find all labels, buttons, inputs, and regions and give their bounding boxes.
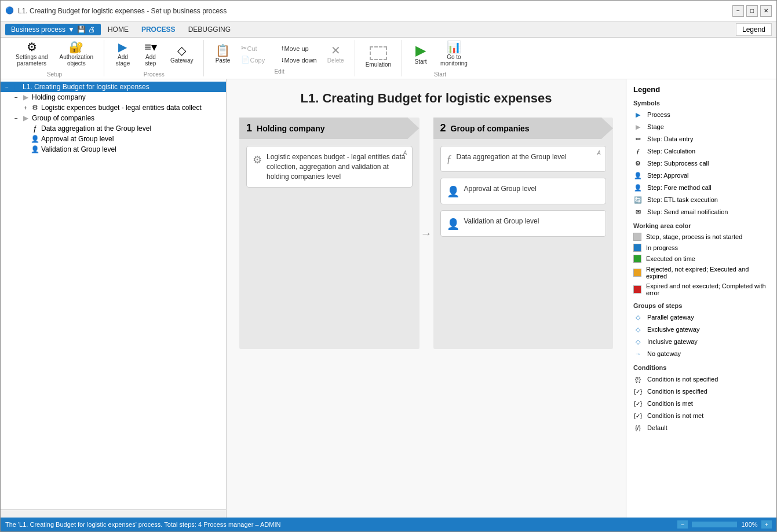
legend-etl-icon: 🔄 — [633, 195, 643, 204]
status-minimize-button[interactable]: − — [677, 520, 688, 529]
step-card-validation[interactable]: 👤 Validation at Group level — [440, 210, 607, 237]
legend-title: Legend — [633, 85, 769, 94]
step-card-data-agg[interactable]: ƒ Data aggregation at the Group level A — [440, 146, 607, 172]
go-to-monitoring-button[interactable]: 📊 Go tomonitoring — [437, 39, 471, 69]
status-plus-button[interactable]: + — [761, 520, 772, 529]
legend-no-gateway-label: No gateway — [647, 350, 681, 357]
auth-icon: 🔐 — [69, 41, 83, 53]
legend-groups-title: Groups of steps — [633, 302, 769, 309]
settings-icon: ⚙ — [27, 41, 37, 53]
legend-expired-label: Expired and not executed; Completed with… — [646, 282, 769, 296]
legend-exclusive-label: Exclusive gateway — [647, 326, 700, 333]
tree-item-approval-label: Approval at Group level — [41, 135, 114, 143]
step-logistic-text: Logistic expences budget - legal entitie… — [267, 152, 406, 181]
legend-in-progress-label: In progress — [646, 244, 678, 251]
legend-row-in-progress: In progress — [633, 244, 769, 252]
add-step-button[interactable]: ≡▾ Addstep — [139, 39, 162, 69]
legend-button[interactable]: Legend — [736, 23, 772, 36]
tree-item-validation-label: Validation at Group level — [41, 145, 116, 153]
tree-item-logistic[interactable]: + ⚙ Logistic expences budget - legal ent… — [1, 102, 226, 113]
legend-row-not-started: Step, stage, process is not started — [633, 233, 769, 241]
emulation-items: Emulation — [362, 44, 395, 70]
emulation-button[interactable]: Emulation — [362, 44, 395, 70]
tree-item-group[interactable]: − ▶ Group of companies — [1, 113, 226, 123]
tree-item-data-aggregation[interactable]: ƒ Data aggregation at the Group level — [1, 123, 226, 134]
toolbar-group-start: ▶ Start 📊 Go tomonitoring Start — [402, 40, 478, 76]
business-process-dropdown[interactable]: Business process ▼ 💾 🖨 — [5, 24, 101, 35]
start-button[interactable]: ▶ Start — [409, 41, 432, 67]
expand-approval-icon — [21, 135, 30, 143]
tree-container: − ▶ L1. Creating Budget for logistic exp… — [1, 79, 226, 509]
add-stage-button[interactable]: ▶ Addstage — [111, 39, 134, 69]
step-approval-icon: 👤 — [447, 185, 459, 198]
add-step-icon: ≡▾ — [144, 41, 157, 53]
settings-parameters-button[interactable]: ⚙ Settings andparameters — [12, 39, 52, 69]
add-stage-icon: ▶ — [118, 41, 127, 53]
expand-holding-icon[interactable]: − — [12, 93, 20, 101]
tree-item-holding[interactable]: − ▶ Holding company — [1, 92, 226, 102]
tree-item-root[interactable]: − ▶ L1. Creating Budget for logistic exp… — [1, 82, 226, 92]
step-card-approval[interactable]: 👤 Approval at Group level — [440, 178, 607, 204]
legend-row-rejected: Rejected, not expired; Executed and expi… — [633, 266, 769, 280]
legend-row-exclusive: ◇ Exclusive gateway — [633, 325, 769, 334]
legend-parallel-label: Parallel gateway — [647, 314, 694, 321]
legend-row-parallel: ◇ Parallel gateway — [633, 313, 769, 322]
emulation-icon — [370, 46, 387, 60]
step-logistic-badge: A — [403, 150, 407, 156]
expand-validation-icon — [21, 145, 30, 153]
cut-icon: ✂ — [241, 45, 247, 52]
step-data-agg-icon: ƒ — [447, 153, 452, 166]
delete-button[interactable]: ✕ Delete — [324, 42, 348, 66]
legend-row-executed-on-time: Executed on time — [633, 255, 769, 263]
minimize-button[interactable]: − — [732, 5, 744, 17]
close-button[interactable]: ✕ — [760, 5, 772, 17]
expand-group-icon[interactable]: − — [12, 114, 20, 122]
legend-executed-on-time-color — [633, 255, 641, 263]
move-up-button[interactable]: ↑ Move up — [278, 43, 319, 53]
authorization-objects-button[interactable]: 🔐 Authorizationobjects — [56, 39, 97, 69]
paste-button[interactable]: 📋 Paste — [211, 42, 234, 66]
start-label: Start — [434, 71, 446, 78]
tree-item-approval[interactable]: 👤 Approval at Group level — [1, 134, 226, 144]
gateway-button[interactable]: ◇ Gateway — [167, 42, 196, 66]
group-stage-icon: ▶ — [21, 114, 30, 122]
stage-2-body: ƒ Data aggregation at the Group level A … — [433, 139, 614, 244]
legend-process-icon: ▶ — [633, 110, 643, 119]
canvas-area[interactable]: L1. Creating Budget for logistic expense… — [227, 79, 626, 518]
menu-home[interactable]: HOME — [102, 23, 134, 36]
diagram-title: L1. Creating Budget for logistic expense… — [238, 91, 614, 106]
copy-button[interactable]: 📄 Copy — [239, 54, 273, 65]
expand-logistic-icon[interactable]: + — [21, 104, 30, 112]
legend-row-cond-not-specified: {!} Condition is not specified — [633, 375, 769, 384]
move-down-button[interactable]: ↓ Move down — [278, 54, 319, 65]
legend-calculation-icon: ƒ — [633, 146, 643, 156]
cut-button[interactable]: ✂ Cut — [239, 43, 273, 53]
menu-debugging[interactable]: DEBUGGING — [183, 23, 236, 36]
gateway-icon: ◇ — [177, 45, 186, 56]
stage-connector: → — [421, 118, 432, 349]
menu-process[interactable]: PROCESS — [136, 23, 181, 36]
left-panel: − ▶ L1. Creating Budget for logistic exp… — [1, 79, 227, 518]
legend-in-progress-color — [633, 244, 641, 252]
window-controls: − □ ✕ — [732, 5, 772, 17]
legend-row-approval: 👤 Step: Approval — [633, 171, 769, 180]
legend-conditions-title: Conditions — [633, 364, 769, 371]
legend-fore-method-icon: 👤 — [633, 183, 643, 192]
process-items: ▶ Addstage ≡▾ Addstep ◇ Gateway — [111, 39, 196, 69]
root-process-icon: ▶ — [12, 83, 20, 91]
status-bar: The 'L1. Creating Budget for logistic ex… — [1, 518, 776, 531]
left-scroll-bar[interactable] — [1, 509, 226, 518]
legend-row-stage: ▶ Stage — [633, 122, 769, 131]
maximize-button[interactable]: □ — [746, 5, 758, 17]
tree-item-validation[interactable]: 👤 Validation at Group level — [1, 144, 226, 155]
legend-cond-not-specified-icon: {!} — [633, 375, 643, 384]
legend-panel: Legend Symbols ▶ Process ▶ Stage ✏ Step:… — [626, 79, 776, 518]
expand-data-agg-icon — [21, 124, 30, 133]
legend-rejected-color — [633, 269, 641, 277]
stages-row: 1 Holding company ⚙ Logistic expences bu… — [238, 118, 614, 349]
stage-holding: 1 Holding company ⚙ Logistic expences bu… — [239, 118, 419, 349]
expand-root-icon[interactable]: − — [3, 83, 11, 91]
step-card-logistic[interactable]: ⚙ Logistic expences budget - legal entit… — [246, 146, 413, 188]
legend-expired-color — [633, 285, 641, 293]
legend-row-email: ✉ Step: Send email notification — [633, 207, 769, 217]
